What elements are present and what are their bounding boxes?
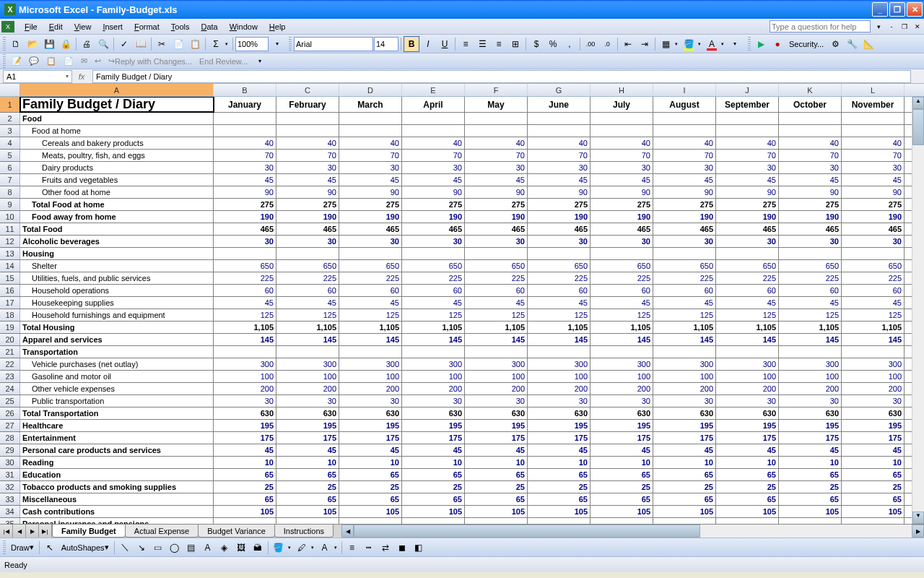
cell-value[interactable]	[528, 248, 590, 259]
cell-value[interactable]: 45	[214, 297, 276, 309]
cell-value[interactable]	[528, 518, 590, 524]
cell-value[interactable]: 90	[842, 186, 905, 198]
increase-decimal-icon[interactable]: .00	[583, 36, 598, 52]
row-header[interactable]: 31	[0, 469, 20, 480]
cell-value[interactable]: 105	[779, 506, 842, 517]
fx-icon[interactable]: fx	[72, 72, 91, 81]
3d-icon[interactable]: ◧	[411, 540, 427, 556]
cell-label[interactable]: Housekeeping supplies	[20, 297, 214, 309]
cell-value[interactable]: 125	[339, 309, 402, 321]
row-header[interactable]: 29	[0, 444, 20, 456]
row-header[interactable]: 18	[0, 309, 20, 321]
cell-value[interactable]: 650	[339, 260, 402, 272]
cell-month-header[interactable]: September	[716, 97, 779, 112]
cell-value[interactable]: 175	[590, 432, 653, 444]
cell-value[interactable]: 300	[276, 358, 339, 370]
cell-value[interactable]	[339, 346, 402, 358]
cell-value[interactable]: 145	[402, 334, 465, 345]
cell-value[interactable]: 300	[716, 358, 779, 370]
cell-value[interactable]: 30	[653, 395, 716, 407]
cell-value[interactable]: 45	[716, 297, 779, 309]
cell-value[interactable]: 45	[528, 444, 590, 456]
cell-value[interactable]: 30	[339, 236, 402, 247]
cell-value[interactable]: 465	[402, 223, 465, 235]
toolbar-handle[interactable]	[3, 37, 6, 51]
print-preview-icon[interactable]: 🔍	[95, 36, 111, 52]
cell-value[interactable]: 190	[779, 211, 842, 223]
cell-value[interactable]: 90	[653, 186, 716, 198]
cell-value[interactable]: 195	[276, 420, 339, 431]
cell-value[interactable]: 300	[339, 358, 402, 370]
cell-value[interactable]: 125	[402, 309, 465, 321]
doc-minimize-button[interactable]: -	[886, 22, 897, 32]
cell-value[interactable]: 40	[590, 137, 653, 149]
cell-value[interactable]: 65	[339, 493, 402, 505]
rectangle-icon[interactable]: ▭	[150, 540, 166, 556]
cell-value[interactable]: 225	[653, 272, 716, 284]
cell-value[interactable]: 30	[402, 236, 465, 247]
next-sheet-icon[interactable]: ▶	[26, 525, 39, 538]
last-sheet-icon[interactable]: ▶|	[39, 525, 52, 538]
hscroll-thumb[interactable]	[354, 525, 700, 538]
cell-value[interactable]	[465, 346, 528, 358]
cell-value[interactable]	[214, 113, 276, 124]
cell-label[interactable]: Reading	[20, 457, 214, 468]
cell-value[interactable]: 190	[590, 211, 653, 223]
cell-value[interactable]: 65	[779, 469, 842, 480]
col-header-D[interactable]: D	[339, 84, 402, 96]
cell-value[interactable]: 300	[842, 358, 905, 370]
cell-value[interactable]: 30	[842, 395, 905, 407]
cell-value[interactable]: 30	[339, 162, 402, 173]
cell-value[interactable]: 225	[842, 272, 905, 284]
cell-value[interactable]: 175	[716, 432, 779, 444]
cell-value[interactable]: 30	[465, 162, 528, 173]
cell-value[interactable]: 45	[590, 297, 653, 309]
cell-value[interactable]: 65	[590, 469, 653, 480]
cell-value[interactable]: 65	[716, 469, 779, 480]
cell-value[interactable]: 30	[528, 236, 590, 247]
cell-value[interactable]: 1,105	[779, 322, 842, 333]
fill-color-icon[interactable]: 🪣	[681, 36, 697, 52]
row-header[interactable]: 20	[0, 334, 20, 345]
cell-value[interactable]: 630	[465, 407, 528, 419]
sheet-tab-actual-expense[interactable]: Actual Expense	[125, 525, 199, 538]
toolbar-handle-3[interactable]	[748, 37, 751, 51]
cell-value[interactable]: 30	[779, 162, 842, 173]
row-header[interactable]: 7	[0, 174, 20, 186]
cell-value[interactable]: 30	[842, 236, 905, 247]
sheet-tab-budget-variance[interactable]: Budget Variance	[198, 525, 275, 538]
cell-value[interactable]	[214, 518, 276, 524]
row-header[interactable]: 16	[0, 285, 20, 296]
cell-value[interactable]: 145	[716, 334, 779, 345]
cell-value[interactable]: 275	[842, 199, 905, 210]
fill-dropdown-icon[interactable]: ▾	[696, 36, 703, 52]
cell-value[interactable]: 90	[528, 186, 590, 198]
row-header[interactable]: 28	[0, 432, 20, 444]
cell-label[interactable]: Food away from home	[20, 211, 214, 223]
cell-value[interactable]	[779, 248, 842, 259]
cell-value[interactable]: 200	[465, 383, 528, 394]
cell-value[interactable]: 60	[779, 285, 842, 296]
cell-value[interactable]: 40	[779, 137, 842, 149]
cell-value[interactable]: 30	[590, 236, 653, 247]
review-icon-1[interactable]: 📝	[9, 55, 25, 68]
cell-value[interactable]: 145	[590, 334, 653, 345]
cell-month-header[interactable]: February	[276, 97, 339, 112]
row-header[interactable]: 4	[0, 137, 20, 149]
new-icon[interactable]: 🗋	[8, 36, 24, 52]
shadow-icon[interactable]: ◼	[394, 540, 410, 556]
row-header[interactable]: 8	[0, 186, 20, 198]
cell-value[interactable]: 650	[276, 260, 339, 272]
cell-value[interactable]: 145	[653, 334, 716, 345]
cell-label[interactable]: Alcoholic beverages	[20, 236, 214, 247]
scroll-left-icon[interactable]: ◀	[341, 525, 354, 538]
cell-value[interactable]: 190	[402, 211, 465, 223]
menu-help[interactable]: Help	[263, 21, 292, 33]
cell-value[interactable]: 25	[716, 481, 779, 493]
cell-value[interactable]: 45	[653, 174, 716, 186]
cell-value[interactable]: 630	[276, 407, 339, 419]
cell-value[interactable]: 125	[276, 309, 339, 321]
cell-value[interactable]: 650	[528, 260, 590, 272]
cell-label[interactable]: Vehicle purchases (net outlay)	[20, 358, 214, 370]
vba-icon[interactable]: ⚙	[827, 36, 843, 52]
